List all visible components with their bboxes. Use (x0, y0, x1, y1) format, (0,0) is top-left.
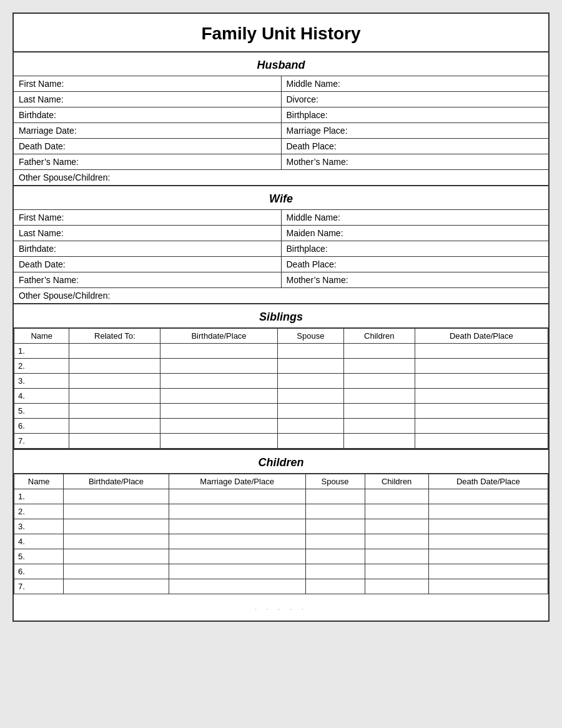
children-row-num: 1. (14, 489, 64, 504)
children-row-cell (64, 519, 169, 534)
siblings-row-cell (160, 434, 278, 449)
children-row-num: 3. (14, 519, 64, 534)
siblings-row-cell (160, 374, 278, 389)
children-row-cell (169, 564, 305, 579)
children-table: Name Birthdate/Place Marriage Date/Place… (14, 474, 548, 594)
siblings-row-cell (160, 389, 278, 404)
husband-divorce-label: Divorce: (282, 92, 549, 107)
siblings-row-cell (415, 374, 548, 389)
siblings-row-num: 3. (14, 374, 69, 389)
children-data-row: 5. (14, 549, 548, 564)
children-row-cell (365, 489, 428, 504)
husband-row-6: Father’s Name: Mother’s Name: (14, 154, 548, 170)
husband-marriage-place-label: Marriage Place: (282, 123, 549, 138)
husband-birthplace-label: Birthplace: (282, 107, 549, 122)
children-data-row: 6. (14, 564, 548, 579)
siblings-row-cell (69, 389, 160, 404)
siblings-data-row: 3. (14, 374, 548, 389)
wife-row-5: Father’s Name: Mother’s Name: (14, 272, 548, 288)
children-row-cell (305, 564, 365, 579)
siblings-row-cell (415, 404, 548, 419)
children-row-cell (365, 504, 428, 519)
siblings-row-cell (277, 419, 343, 434)
siblings-col-related: Related To: (69, 329, 160, 344)
husband-marriage-date-label: Marriage Date: (14, 123, 282, 138)
children-row-cell (365, 549, 428, 564)
siblings-row-cell (160, 344, 278, 359)
husband-middle-name-label: Middle Name: (282, 76, 549, 91)
children-data-row: 2. (14, 504, 548, 519)
siblings-row-cell (69, 344, 160, 359)
siblings-row-cell (415, 434, 548, 449)
wife-other-label: Other Spouse/Children: (14, 288, 548, 303)
children-row-cell (169, 519, 305, 534)
siblings-data-row: 6. (14, 419, 548, 434)
footer: . . . . . (14, 594, 548, 621)
children-row-cell (365, 534, 428, 549)
siblings-col-spouse: Spouse (277, 329, 343, 344)
children-data-row: 7. (14, 579, 548, 594)
children-row-cell (428, 579, 548, 594)
children-row-cell (428, 549, 548, 564)
siblings-row-cell (69, 359, 160, 374)
children-row-cell (305, 579, 365, 594)
siblings-row-cell (69, 434, 160, 449)
wife-first-name-label: First Name: (14, 210, 282, 225)
children-col-spouse: Spouse (305, 474, 365, 489)
children-col-children: Children (365, 474, 428, 489)
siblings-row-cell (160, 419, 278, 434)
children-data-row: 4. (14, 534, 548, 549)
children-col-marriage: Marriage Date/Place (169, 474, 305, 489)
children-row-cell (428, 489, 548, 504)
children-row-cell (64, 549, 169, 564)
children-row-num: 5. (14, 549, 64, 564)
wife-fathers-name-label: Father’s Name: (14, 272, 282, 287)
children-row-cell (428, 534, 548, 549)
husband-mothers-name-label: Mother’s Name: (282, 154, 549, 169)
wife-mothers-name-label: Mother’s Name: (282, 272, 549, 287)
siblings-data-row: 5. (14, 404, 548, 419)
children-row-cell (305, 549, 365, 564)
children-row-cell (428, 564, 548, 579)
siblings-col-children: Children (343, 329, 415, 344)
children-row-cell (305, 504, 365, 519)
children-row-cell (64, 564, 169, 579)
wife-maiden-name-label: Maiden Name: (282, 226, 549, 241)
siblings-row-cell (69, 404, 160, 419)
siblings-row-cell (277, 359, 343, 374)
children-row-num: 7. (14, 579, 64, 594)
siblings-data-row: 2. (14, 359, 548, 374)
husband-row-2: Last Name: Divorce: (14, 92, 548, 107)
siblings-row-cell (277, 344, 343, 359)
children-row-cell (428, 504, 548, 519)
children-header-row: Name Birthdate/Place Marriage Date/Place… (14, 474, 548, 489)
wife-birthplace-label: Birthplace: (282, 241, 549, 256)
children-row-cell (365, 519, 428, 534)
children-row-cell (64, 489, 169, 504)
siblings-row-num: 2. (14, 359, 69, 374)
wife-row-4: Death Date: Death Place: (14, 257, 548, 272)
husband-death-date-label: Death Date: (14, 139, 282, 154)
siblings-row-cell (277, 389, 343, 404)
siblings-row-num: 6. (14, 419, 69, 434)
siblings-row-cell (160, 404, 278, 419)
husband-row-5: Death Date: Death Place: (14, 139, 548, 154)
husband-fathers-name-label: Father’s Name: (14, 154, 282, 169)
wife-row-3: Birthdate: Birthplace: (14, 241, 548, 257)
family-unit-history-page: Family Unit History Husband First Name: … (12, 12, 550, 622)
siblings-row-cell (343, 344, 415, 359)
children-section: Children Name Birthdate/Place Marriage D… (14, 450, 548, 594)
siblings-data-row: 7. (14, 434, 548, 449)
husband-row-1: First Name: Middle Name: (14, 76, 548, 92)
children-row-cell (64, 534, 169, 549)
wife-last-name-label: Last Name: (14, 226, 282, 241)
children-row-num: 4. (14, 534, 64, 549)
page-title: Family Unit History (14, 14, 548, 52)
children-data-row: 3. (14, 519, 548, 534)
wife-row-2: Last Name: Maiden Name: (14, 226, 548, 241)
children-row-num: 2. (14, 504, 64, 519)
children-row-cell (169, 504, 305, 519)
children-row-cell (169, 534, 305, 549)
children-row-cell (305, 519, 365, 534)
siblings-row-num: 4. (14, 389, 69, 404)
